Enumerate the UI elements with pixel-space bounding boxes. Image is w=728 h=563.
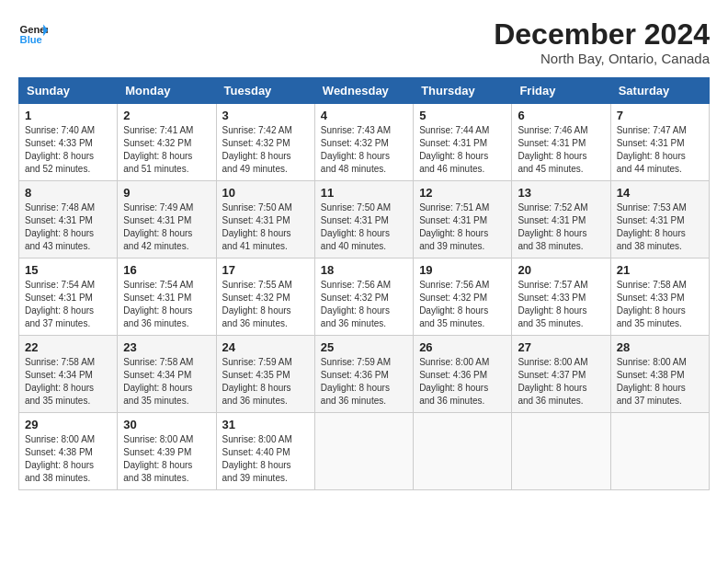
day-number: 21 <box>617 263 703 277</box>
day-cell: 7 Sunrise: 7:47 AMSunset: 4:31 PMDayligh… <box>610 104 709 181</box>
day-cell: 4 Sunrise: 7:43 AMSunset: 4:32 PMDayligh… <box>314 104 413 181</box>
day-cell: 2 Sunrise: 7:41 AMSunset: 4:32 PMDayligh… <box>118 104 216 181</box>
week-row-5: 29 Sunrise: 8:00 AMSunset: 4:38 PMDaylig… <box>19 413 710 490</box>
day-info: Sunrise: 7:51 AMSunset: 4:31 PMDaylight:… <box>419 201 506 253</box>
day-info: Sunrise: 7:42 AMSunset: 4:32 PMDaylight:… <box>222 124 309 176</box>
day-cell: 1 Sunrise: 7:40 AMSunset: 4:33 PMDayligh… <box>19 104 118 181</box>
header: General Blue December 2024 North Bay, On… <box>18 18 710 66</box>
header-cell-thursday: Thursday <box>414 78 512 104</box>
title-area: December 2024 North Bay, Ontario, Canada <box>494 18 710 66</box>
day-number: 30 <box>123 418 210 431</box>
week-row-2: 8 Sunrise: 7:48 AMSunset: 4:31 PMDayligh… <box>19 181 710 259</box>
day-number: 15 <box>25 263 111 277</box>
day-number: 6 <box>518 109 604 122</box>
day-cell: 26 Sunrise: 8:00 AMSunset: 4:36 PMDaylig… <box>414 336 512 413</box>
day-cell: 22 Sunrise: 7:58 AMSunset: 4:34 PMDaylig… <box>19 336 118 413</box>
week-row-4: 22 Sunrise: 7:58 AMSunset: 4:34 PMDaylig… <box>19 336 710 413</box>
day-number: 25 <box>321 340 407 354</box>
day-cell: 31 Sunrise: 8:00 AMSunset: 4:40 PMDaylig… <box>216 413 314 490</box>
day-info: Sunrise: 7:56 AMSunset: 4:32 PMDaylight:… <box>321 279 407 330</box>
day-cell: 5 Sunrise: 7:44 AMSunset: 4:31 PMDayligh… <box>414 104 512 181</box>
day-cell: 15 Sunrise: 7:54 AMSunset: 4:31 PMDaylig… <box>19 259 118 336</box>
day-info: Sunrise: 7:59 AMSunset: 4:35 PMDaylight:… <box>222 356 309 408</box>
day-number: 20 <box>518 263 604 277</box>
calendar-table: SundayMondayTuesdayWednesdayThursdayFrid… <box>18 77 710 490</box>
day-number: 28 <box>617 340 703 354</box>
day-cell: 21 Sunrise: 7:58 AMSunset: 4:33 PMDaylig… <box>610 259 709 336</box>
day-info: Sunrise: 8:00 AMSunset: 4:38 PMDaylight:… <box>25 433 111 485</box>
day-info: Sunrise: 8:00 AMSunset: 4:36 PMDaylight:… <box>419 356 506 408</box>
day-info: Sunrise: 7:54 AMSunset: 4:31 PMDaylight:… <box>123 279 210 330</box>
day-cell: 16 Sunrise: 7:54 AMSunset: 4:31 PMDaylig… <box>118 259 216 336</box>
day-number: 13 <box>518 186 604 200</box>
day-info: Sunrise: 8:00 AMSunset: 4:38 PMDaylight:… <box>617 356 703 408</box>
day-info: Sunrise: 7:57 AMSunset: 4:33 PMDaylight:… <box>518 279 604 330</box>
day-info: Sunrise: 7:46 AMSunset: 4:31 PMDaylight:… <box>518 124 604 176</box>
day-cell: 6 Sunrise: 7:46 AMSunset: 4:31 PMDayligh… <box>512 104 610 181</box>
calendar-title: December 2024 <box>494 18 710 51</box>
day-info: Sunrise: 8:00 AMSunset: 4:40 PMDaylight:… <box>222 433 309 485</box>
day-cell: 14 Sunrise: 7:53 AMSunset: 4:31 PMDaylig… <box>610 181 709 259</box>
day-info: Sunrise: 7:50 AMSunset: 4:31 PMDaylight:… <box>222 201 309 253</box>
header-cell-saturday: Saturday <box>610 78 709 104</box>
day-number: 9 <box>123 186 210 200</box>
day-number: 26 <box>419 340 506 354</box>
day-cell: 17 Sunrise: 7:55 AMSunset: 4:32 PMDaylig… <box>216 259 314 336</box>
day-cell: 29 Sunrise: 8:00 AMSunset: 4:38 PMDaylig… <box>19 413 118 490</box>
day-cell: 23 Sunrise: 7:58 AMSunset: 4:34 PMDaylig… <box>118 336 216 413</box>
day-cell: 13 Sunrise: 7:52 AMSunset: 4:31 PMDaylig… <box>512 181 610 259</box>
day-cell <box>610 413 709 490</box>
day-number: 3 <box>222 109 309 122</box>
header-cell-tuesday: Tuesday <box>216 78 314 104</box>
header-row: SundayMondayTuesdayWednesdayThursdayFrid… <box>19 78 710 104</box>
day-info: Sunrise: 7:58 AMSunset: 4:34 PMDaylight:… <box>123 356 210 408</box>
header-cell-friday: Friday <box>512 78 610 104</box>
calendar-body: 1 Sunrise: 7:40 AMSunset: 4:33 PMDayligh… <box>19 104 710 490</box>
day-cell: 30 Sunrise: 8:00 AMSunset: 4:39 PMDaylig… <box>118 413 216 490</box>
day-cell: 10 Sunrise: 7:50 AMSunset: 4:31 PMDaylig… <box>216 181 314 259</box>
logo-icon: General Blue <box>18 18 48 48</box>
day-number: 2 <box>123 109 210 122</box>
header-cell-sunday: Sunday <box>19 78 118 104</box>
day-info: Sunrise: 7:53 AMSunset: 4:31 PMDaylight:… <box>617 201 703 253</box>
day-cell: 19 Sunrise: 7:56 AMSunset: 4:32 PMDaylig… <box>414 259 512 336</box>
day-number: 19 <box>419 263 506 277</box>
day-number: 7 <box>617 109 703 122</box>
day-info: Sunrise: 7:48 AMSunset: 4:31 PMDaylight:… <box>25 201 111 253</box>
day-number: 27 <box>518 340 604 354</box>
day-info: Sunrise: 7:40 AMSunset: 4:33 PMDaylight:… <box>25 124 111 176</box>
day-cell: 28 Sunrise: 8:00 AMSunset: 4:38 PMDaylig… <box>610 336 709 413</box>
header-cell-wednesday: Wednesday <box>314 78 413 104</box>
day-cell <box>314 413 413 490</box>
day-info: Sunrise: 7:58 AMSunset: 4:33 PMDaylight:… <box>617 279 703 330</box>
day-cell: 24 Sunrise: 7:59 AMSunset: 4:35 PMDaylig… <box>216 336 314 413</box>
day-number: 5 <box>419 109 506 122</box>
day-info: Sunrise: 7:43 AMSunset: 4:32 PMDaylight:… <box>321 124 407 176</box>
day-number: 11 <box>321 186 407 200</box>
day-info: Sunrise: 8:00 AMSunset: 4:39 PMDaylight:… <box>123 433 210 485</box>
day-number: 8 <box>25 186 111 200</box>
day-number: 23 <box>123 340 210 354</box>
svg-text:Blue: Blue <box>20 34 42 45</box>
day-cell: 18 Sunrise: 7:56 AMSunset: 4:32 PMDaylig… <box>314 259 413 336</box>
calendar-header: SundayMondayTuesdayWednesdayThursdayFrid… <box>19 78 710 104</box>
day-cell <box>512 413 610 490</box>
day-number: 1 <box>25 109 111 122</box>
day-number: 29 <box>25 418 111 431</box>
week-row-3: 15 Sunrise: 7:54 AMSunset: 4:31 PMDaylig… <box>19 259 710 336</box>
day-cell: 3 Sunrise: 7:42 AMSunset: 4:32 PMDayligh… <box>216 104 314 181</box>
day-info: Sunrise: 8:00 AMSunset: 4:37 PMDaylight:… <box>518 356 604 408</box>
day-info: Sunrise: 7:50 AMSunset: 4:31 PMDaylight:… <box>321 201 407 253</box>
day-info: Sunrise: 7:49 AMSunset: 4:31 PMDaylight:… <box>123 201 210 253</box>
day-number: 12 <box>419 186 506 200</box>
day-info: Sunrise: 7:47 AMSunset: 4:31 PMDaylight:… <box>617 124 703 176</box>
day-info: Sunrise: 7:59 AMSunset: 4:36 PMDaylight:… <box>321 356 407 408</box>
day-cell: 12 Sunrise: 7:51 AMSunset: 4:31 PMDaylig… <box>414 181 512 259</box>
day-cell: 9 Sunrise: 7:49 AMSunset: 4:31 PMDayligh… <box>118 181 216 259</box>
week-row-1: 1 Sunrise: 7:40 AMSunset: 4:33 PMDayligh… <box>19 104 710 181</box>
day-number: 31 <box>222 418 309 431</box>
calendar-subtitle: North Bay, Ontario, Canada <box>494 51 710 66</box>
header-cell-monday: Monday <box>118 78 216 104</box>
day-number: 4 <box>321 109 407 122</box>
day-cell: 25 Sunrise: 7:59 AMSunset: 4:36 PMDaylig… <box>314 336 413 413</box>
